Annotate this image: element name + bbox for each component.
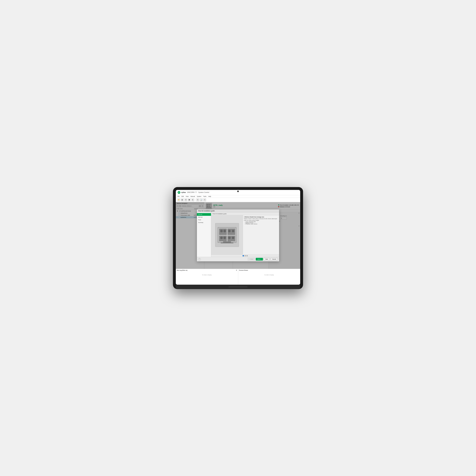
menu-bar: File Edit View Manual System Tools Help (176, 195, 300, 198)
settings-button[interactable]: ≡ (203, 199, 206, 201)
menu-edit[interactable]: Edit (182, 196, 184, 197)
next-button[interactable]: Next > (256, 258, 263, 260)
menu-system[interactable]: System (197, 196, 201, 197)
run-log-panel: Run Log (Filter on) ✕ No data to display (176, 269, 238, 285)
play-button[interactable]: ▶ (181, 199, 184, 201)
cancel-button[interactable]: Cancel (270, 258, 278, 260)
laptop-hinge (228, 286, 248, 287)
run-log-title: Run Log (Filter on) ✕ (177, 270, 237, 271)
modal-nav-wettest[interactable]: Wet test (197, 216, 211, 219)
stop-button[interactable]: ⏹ (188, 199, 191, 201)
modal-btn-group: < Back Next > Start Cancel (248, 258, 278, 260)
process-no-data: No data to display (239, 274, 299, 276)
step-num: 1 (244, 216, 244, 218)
modal-nav-flowkit[interactable]: Flow kit (197, 213, 211, 216)
menu-view[interactable]: View (186, 196, 188, 197)
resume-button[interactable]: ⏵ (191, 199, 194, 201)
modal-title: Flow kit installation guide (197, 209, 279, 212)
module-name: System Control (198, 191, 209, 193)
flowkit-body: 1 Retrieve flowkit from storage area Nul… (211, 215, 279, 255)
flowkit-header: Flow kit installation guide (211, 212, 279, 215)
bullet-3: • Phasellus Justo Ultrices (245, 223, 278, 224)
modal-dialog: Flow kit installation guide Flow kit Wet… (197, 209, 279, 261)
modal-footer: ? < Back Next > Start Cancel (197, 257, 279, 261)
software-version: UNICORN 7.7 (187, 191, 197, 193)
chart-button[interactable]: 📊 (200, 199, 203, 201)
svg-point-22 (220, 237, 223, 239)
modal-nav-flush[interactable]: Flush (197, 219, 211, 221)
svg-rect-27 (221, 243, 233, 243)
step-text: Nullam et dolor id nibh ultrices vehicul… (244, 218, 278, 221)
modal-main-content: Flow kit installation guide (211, 212, 279, 257)
step-number: 1 Retrieve flowkit from storage area (244, 216, 278, 218)
flowkit-instructions: 1 Retrieve flowkit from storage area Nul… (243, 215, 279, 255)
svg-point-21 (232, 230, 234, 232)
process-picture-panel: Process Picture No data to display (238, 269, 300, 285)
dot-3[interactable] (246, 255, 248, 256)
flowkit-dots (211, 255, 279, 257)
svg-point-19 (223, 230, 226, 232)
separator-1 (195, 199, 195, 201)
help-button[interactable]: ? (198, 258, 201, 260)
machine-svg (216, 224, 238, 246)
laptop-base (176, 285, 300, 289)
bottom-panels: Run Log (Filter on) ✕ No data to display… (176, 269, 300, 285)
open-button[interactable]: 📂 (177, 199, 180, 201)
instruction-step-1: 1 Retrieve flowkit from storage area Nul… (244, 216, 278, 224)
menu-file[interactable]: File (177, 196, 180, 197)
run-log-no-data: No data to display (177, 274, 237, 276)
laptop-screen: cytiva UNICORN 7.7 System Control File E… (176, 190, 300, 285)
step-title: Retrieve flowkit from storage area (245, 216, 264, 218)
menu-manual[interactable]: Manual (190, 196, 195, 197)
main-layout: Method Navigator + ↻ ⚙ ▽ Folder name Sys… (176, 202, 300, 269)
app-window: cytiva UNICORN 7.7 System Control File E… (176, 190, 300, 285)
machine-illustration (215, 223, 239, 247)
menu-tools[interactable]: Tools (203, 196, 206, 197)
bullet-2: • Dapibus Cursus (245, 222, 278, 223)
modal-overlay: Flow kit installation guide Flow kit Wet… (176, 202, 300, 269)
run-log-close[interactable]: ✕ (236, 270, 237, 271)
modal-nav-summary[interactable]: Summary (197, 221, 211, 224)
modal-body: Flow kit Wet test Flush Summary Flow kit… (197, 212, 279, 257)
logo: cytiva (177, 191, 186, 194)
svg-point-23 (223, 237, 226, 239)
svg-point-18 (220, 230, 223, 232)
process-title-label: Process Picture (239, 270, 299, 271)
run-log-label: Run Log (Filter on) (177, 270, 187, 271)
flowkit-guide: Flow kit installation guide (211, 212, 279, 257)
modal-nav: Flow kit Wet test Flush Summary (197, 212, 211, 257)
dot-1[interactable] (243, 255, 244, 256)
process-label: Process Picture (239, 270, 248, 271)
bullet-1: • Justo Vulputate Nibh (245, 221, 278, 222)
start-button[interactable]: Start (264, 258, 270, 260)
camera (237, 190, 239, 192)
brand-name: cytiva (181, 191, 186, 193)
svg-point-24 (228, 237, 231, 239)
dot-2[interactable] (244, 255, 246, 256)
svg-point-20 (228, 230, 231, 232)
back-button[interactable]: < Back (248, 258, 255, 260)
toolbar: 📂 ▶ ⏸ ⏹ ⏵ ⎘ 📊 ≡ (176, 198, 300, 202)
svg-point-25 (232, 237, 234, 239)
copy-button[interactable]: ⎘ (196, 199, 199, 201)
cytiva-logo-icon (177, 191, 181, 194)
pause-button[interactable]: ⏸ (184, 199, 187, 201)
menu-help[interactable]: Help (208, 196, 211, 197)
flowkit-image-area (211, 215, 243, 255)
